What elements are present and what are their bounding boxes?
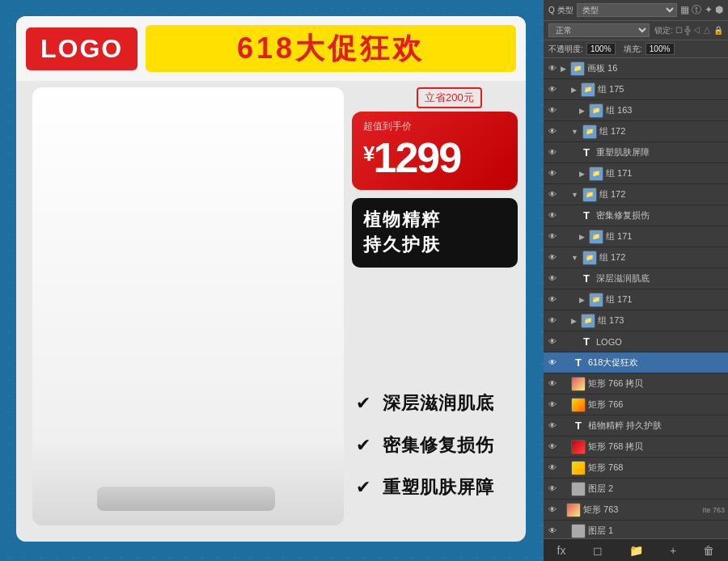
eye-icon[interactable]: 👁 [547,126,558,137]
price-value: 1299 [373,134,460,181]
layer-item[interactable]: 👁 ▶ 📁 组 163 [544,100,728,121]
eye-icon[interactable]: 👁 [547,273,558,285]
feature-item-2: ✔ 密集修复损伤 [352,433,522,458]
add-mask-button[interactable]: ◻ [593,544,603,557]
layer-thumb: 📁 [582,188,597,202]
feature-list: ✔ 深层滋润肌底 ✔ 密集修复损伤 ✔ 重塑肌肤屏障 [352,391,522,517]
layer-item[interactable]: 👁 ▼ 📁 组 172 [544,247,728,268]
eye-icon[interactable]: 👁 [547,357,558,369]
layer-thumb: T [571,356,586,370]
layer-item[interactable]: 👁 ▶ 📁 画板 16 [544,58,728,79]
eye-icon[interactable]: 👁 [547,84,558,95]
fill-input[interactable] [645,43,675,55]
new-group-button[interactable]: 📁 [629,544,643,557]
add-style-button[interactable]: fx [557,544,566,557]
layer-item[interactable]: 👁 ▶ 📁 组 171 [544,226,728,247]
layer-name: 组 171 [606,167,725,179]
eye-icon[interactable]: 👁 [547,105,558,116]
eye-icon[interactable]: 👁 [547,441,558,453]
layer-item[interactable]: 👁 T 重塑肌肤屏障 [544,142,728,163]
layer-name: 植物精粹 持久护肤 [588,420,725,432]
eye-icon[interactable]: 👁 [547,294,558,306]
feature-item-3: ✔ 重塑肌肤屏障 [352,475,522,500]
product-area [32,87,344,525]
layer-item[interactable]: 👁 T 密集修复损伤 [544,205,728,226]
eye-icon[interactable]: 👁 [547,483,558,495]
save-badge: 立省200元 [417,87,482,108]
desc-line1: 植物精粹 [363,208,506,233]
expand-arrow: ▶ [571,317,577,325]
expand-arrow: ▶ [579,107,585,115]
layer-name: 组 172 [599,188,725,200]
eye-icon[interactable]: 👁 [547,504,558,516]
right-panel: 立省200元 超值到手价 ¥1299 植物精粹 持久护肤 [352,87,518,268]
eye-icon[interactable]: 👁 [547,231,558,243]
expand-arrow: ▼ [571,191,578,199]
layer-name: 618大促狂欢 [588,356,725,369]
eye-icon[interactable]: 👁 [547,189,558,200]
layer-thumb: 📁 [589,293,603,307]
layer-thumb [571,482,586,496]
filter-icons: ▦ ⓣ ✦ ⬢ [680,3,723,17]
expand-arrow: ▶ [579,170,585,178]
layer-item[interactable]: 👁 T 深层滋润肌底 [544,268,728,289]
layer-item[interactable]: 👁 矩形 768 [544,458,728,479]
eye-icon[interactable]: 👁 [547,525,558,537]
layer-item[interactable]: 👁 ▶ 📁 组 171 [544,163,728,184]
layer-thumb: T [579,146,594,160]
eye-icon[interactable]: 👁 [547,63,558,74]
layer-name: 矩形 766 [588,399,725,411]
layer-badge: Ite 763 [702,506,725,514]
layer-name: 组 171 [606,293,725,306]
eye-icon[interactable]: 👁 [547,315,558,327]
expand-arrow: ▶ [579,296,585,304]
blend-mode-select[interactable]: 正常 [548,23,650,37]
search-label: Q 类型 [548,5,574,16]
ps-search-row: Q 类型 类型 ▦ ⓣ ✦ ⬢ [544,0,728,21]
layer-item[interactable]: 👁 ▼ 📁 组 172 [544,184,728,205]
layer-item[interactable]: 👁 ▼ 📁 组 172 [544,121,728,142]
layer-item[interactable]: 👁 ▶ 📁 组 175 [544,79,728,100]
layer-item[interactable]: 👁 T LOGO [544,331,728,352]
layer-thumb: 📁 [581,314,595,328]
check-icon-1: ✔ [352,392,375,415]
canvas-area: LOGO 618大促狂欢 立省200元 超值到手价 ¥1299 植物精粹 持久护… [0,0,544,561]
check-icon-3: ✔ [352,476,375,499]
price-subtitle: 超值到手价 [363,120,506,133]
layer-item[interactable]: 👁 图层 1 [544,521,728,538]
eye-icon[interactable]: 👁 [547,210,558,221]
layer-item[interactable]: 👁 ▶ 📁 组 171 [544,289,728,310]
layer-thumb: 📁 [589,167,603,181]
eye-icon[interactable]: 👁 [547,420,558,432]
eye-icon[interactable]: 👁 [547,147,558,158]
check-icon-2: ✔ [352,434,375,457]
eye-icon[interactable]: 👁 [547,399,558,411]
eye-icon[interactable]: 👁 [547,336,558,348]
layer-item-active[interactable]: 👁 T 618大促狂欢 [544,352,728,373]
layer-item[interactable]: 👁 矩形 766 拷贝 [544,373,728,394]
layer-name: 密集修复损伤 [596,209,725,221]
opacity-input[interactable] [586,43,616,55]
eye-icon[interactable]: 👁 [547,378,558,390]
layer-name: LOGO [596,337,725,347]
layers-panel: Q 类型 类型 ▦ ⓣ ✦ ⬢ 正常 锁定: ☐ ╬ ◁ △ 🔒 不透明度: 填… [544,0,728,561]
eye-icon[interactable]: 👁 [547,462,558,474]
layer-item[interactable]: 👁 矩形 766 [544,394,728,415]
layer-type-filter[interactable]: 类型 [577,3,677,17]
delete-layer-button[interactable]: 🗑 [703,544,714,557]
layer-item[interactable]: 👁 矩形 763 Ite 763 [544,500,728,521]
layer-item[interactable]: 👁 图层 2 [544,479,728,500]
expand-arrow: ▶ [561,65,566,73]
layer-name: 画板 16 [587,62,725,74]
layer-item[interactable]: 👁 T 植物精粹 持久护肤 [544,415,728,437]
layer-thumb: T [579,272,594,286]
layer-name: 组 171 [606,230,725,243]
layer-item[interactable]: 👁 ▶ 📁 组 173 [544,310,728,331]
eye-icon[interactable]: 👁 [547,252,558,264]
eye-icon[interactable]: 👁 [547,168,558,179]
expand-arrow: ▼ [571,128,578,136]
layer-name: 组 172 [599,125,725,137]
new-layer-button[interactable]: + [670,544,676,557]
layer-item[interactable]: 👁 矩形 768 拷贝 [544,437,728,458]
layer-thumb: 📁 [570,61,585,76]
